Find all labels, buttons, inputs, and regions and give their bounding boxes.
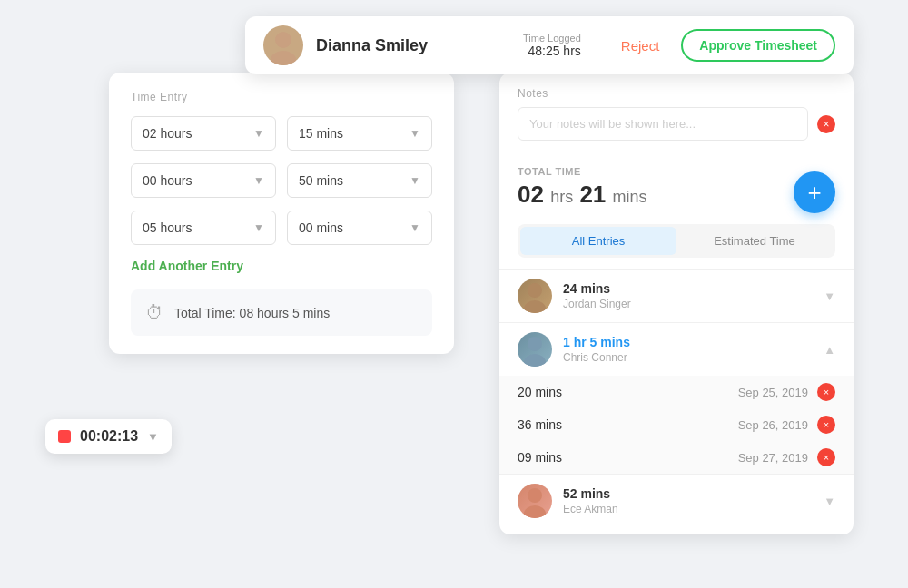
remove-entry-button[interactable]: ×	[817, 383, 835, 401]
time-entry-label: Time Entry	[131, 91, 432, 103]
approver-name: Dianna Smiley	[316, 36, 510, 55]
time-entry-panel: Time Entry 02 hours ▼ 15 mins ▼ 00 hours…	[109, 73, 454, 354]
total-time-bar: ⏱ Total Time: 08 hours 5 mins	[131, 289, 432, 336]
sub-entry-row: 20 mins Sep 25, 2019 ×	[499, 376, 854, 408]
record-icon	[58, 430, 71, 443]
hours-select-2[interactable]: 00 hours ▼	[131, 163, 276, 198]
svg-point-4	[528, 337, 542, 351]
total-time-label: Total Time: 08 hours 5 mins	[174, 306, 330, 320]
chevron-down-icon[interactable]: ▼	[824, 289, 835, 303]
svg-point-0	[275, 32, 291, 48]
sub-entry-row: 09 mins Sep 27, 2019 ×	[499, 441, 854, 474]
remove-entry-button[interactable]: ×	[817, 416, 835, 434]
entry-name: Chris Conner	[563, 351, 824, 364]
notes-placeholder: Your notes will be shown here...	[529, 117, 796, 131]
entry-time: 52 mins	[563, 486, 824, 501]
clock-icon: ⏱	[145, 302, 163, 323]
svg-point-6	[528, 488, 542, 503]
timer-widget: 00:02:13 ▼	[45, 419, 172, 454]
reject-button[interactable]: Reject	[612, 38, 669, 54]
mins-select-2[interactable]: 50 mins ▼	[287, 163, 432, 198]
sub-time: 20 mins	[518, 385, 738, 399]
notes-label: Notes	[518, 87, 835, 100]
chevron-down-icon: ▼	[253, 221, 264, 234]
sub-date: Sep 27, 2019	[738, 451, 808, 465]
entry-time: 24 mins	[563, 281, 824, 296]
entry-name: Jordan Singer	[563, 298, 824, 310]
notes-clear-button[interactable]: ×	[817, 115, 835, 133]
list-item: 24 mins Jordan Singer ▼	[499, 269, 854, 322]
avatar	[518, 484, 552, 518]
mins-select-1[interactable]: 15 mins ▼	[287, 116, 432, 151]
chevron-down-icon: ▼	[253, 174, 264, 187]
svg-point-3	[524, 300, 546, 313]
approval-bar: Dianna Smiley Time Logged 48:25 hrs Reje…	[245, 16, 854, 74]
add-entry-button[interactable]: +	[794, 172, 835, 213]
chevron-down-icon: ▼	[410, 127, 420, 140]
hours-select-3[interactable]: 05 hours ▼	[131, 211, 276, 245]
svg-point-7	[524, 505, 546, 518]
avatar	[518, 332, 552, 367]
sub-entry-row: 36 mins Sep 26, 2019 ×	[499, 408, 854, 441]
entry-time: 1 hr 5 mins	[563, 335, 824, 349]
entry-info: 1 hr 5 mins Chris Conner	[563, 335, 824, 364]
remove-entry-button[interactable]: ×	[817, 448, 835, 466]
sub-date: Sep 25, 2019	[738, 386, 808, 399]
tab-estimated-time[interactable]: Estimated Time	[676, 227, 833, 255]
sub-time: 36 mins	[518, 417, 738, 432]
right-panel: Notes Your notes will be shown here... ×…	[499, 73, 854, 534]
total-time-section: TOTAL TIME 02 hrs 21 mins +	[499, 153, 854, 224]
list-item: 52 mins Ece Akman ▼	[499, 474, 854, 527]
chevron-down-icon: ▼	[253, 127, 264, 140]
avatar	[518, 279, 552, 313]
total-time-label: TOTAL TIME	[518, 166, 647, 177]
chevron-down-icon[interactable]: ▼	[824, 495, 835, 508]
avatar	[263, 25, 303, 65]
entries-list: 24 mins Jordan Singer ▼ 1 hr 5 mins Chri…	[499, 269, 854, 534]
time-logged-section: Time Logged 48:25 hrs	[523, 33, 581, 58]
time-logged-label: Time Logged	[523, 33, 581, 44]
hours-select-1[interactable]: 02 hours ▼	[131, 116, 276, 151]
list-item: 1 hr 5 mins Chris Conner ▲	[499, 322, 854, 376]
chevron-up-icon[interactable]: ▲	[824, 343, 835, 357]
add-entry-link[interactable]: Add Another Entry	[131, 259, 243, 273]
tab-all-entries[interactable]: All Entries	[520, 227, 676, 255]
chevron-down-icon: ▼	[410, 174, 420, 187]
svg-point-2	[528, 283, 542, 298]
notes-input[interactable]: Your notes will be shown here...	[518, 107, 808, 141]
tabs-row: All Entries Estimated Time	[518, 224, 835, 258]
sub-date: Sep 26, 2019	[738, 418, 808, 432]
sub-time: 09 mins	[518, 450, 738, 465]
timer-display: 00:02:13	[80, 428, 138, 445]
time-row-2: 00 hours ▼ 50 mins ▼	[131, 163, 432, 198]
time-row-1: 02 hours ▼ 15 mins ▼	[131, 116, 432, 151]
entry-name: Ece Akman	[563, 503, 824, 515]
total-time-value: 02 hrs 21 mins	[518, 181, 647, 209]
svg-point-1	[271, 51, 296, 65]
chevron-down-icon[interactable]: ▼	[147, 430, 159, 444]
time-logged-value: 48:25 hrs	[523, 44, 581, 58]
svg-point-5	[524, 354, 546, 367]
entry-info: 24 mins Jordan Singer	[563, 281, 824, 310]
mins-select-3[interactable]: 00 mins ▼	[287, 211, 432, 245]
entry-info: 52 mins Ece Akman	[563, 486, 824, 515]
approve-button[interactable]: Approve Timesheet	[681, 29, 835, 62]
time-row-3: 05 hours ▼ 00 mins ▼	[131, 211, 432, 245]
chevron-down-icon: ▼	[410, 221, 420, 234]
